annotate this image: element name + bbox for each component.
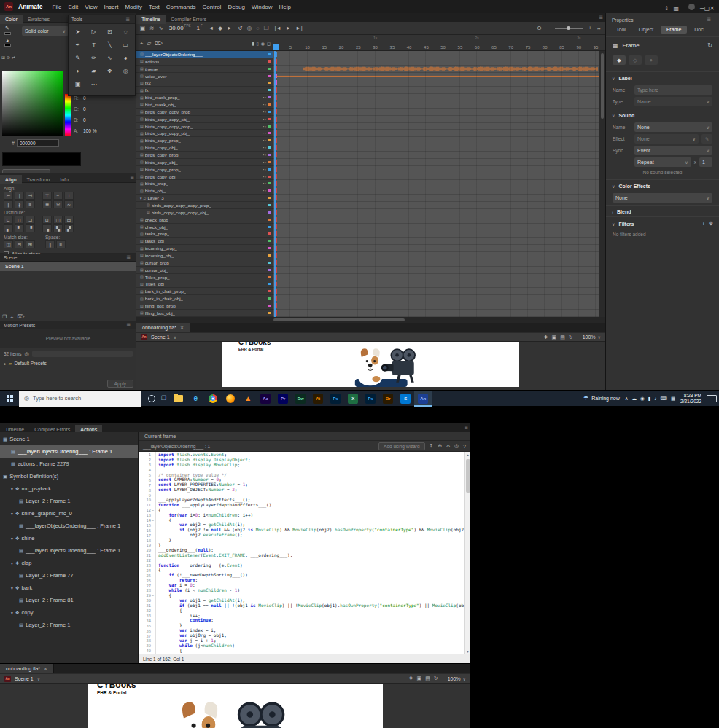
layer-outline-color[interactable] — [268, 283, 271, 285]
playhead-marker[interactable] — [273, 44, 279, 50]
layer-outline-color[interactable] — [268, 232, 271, 235]
menu-control[interactable]: Control — [203, 4, 222, 10]
layer-outline-color[interactable] — [268, 168, 271, 171]
insert-keyframe-icon[interactable]: ◆ — [218, 25, 222, 31]
layer-frames-track[interactable] — [273, 267, 599, 274]
layer-outline-color[interactable] — [268, 269, 271, 271]
chevron-down-icon[interactable]: ▾ — [11, 611, 13, 615]
distribute-widths[interactable]: ⊐ — [26, 216, 35, 224]
chevron-down-icon[interactable]: ∨ — [612, 113, 615, 118]
distribute-right-edge[interactable]: ∻ — [64, 200, 74, 208]
camera-tool[interactable]: ▣ — [70, 78, 86, 90]
space-vertical-button[interactable]: ∥ — [45, 240, 55, 248]
layer-frames-track[interactable] — [273, 259, 599, 267]
chevron-down-icon[interactable]: ∨ — [612, 184, 615, 189]
keyboard-icon[interactable]: ⌨ — [661, 396, 667, 402]
dist-f[interactable]: ▞ — [64, 224, 74, 232]
layer-outline-color[interactable] — [268, 204, 271, 206]
onion-skin-icon[interactable]: ◎ — [247, 25, 252, 31]
panel-menu-icon[interactable]: ≣ — [599, 15, 603, 20]
menu-debug[interactable]: Debug — [228, 4, 245, 10]
match-height[interactable]: ⊟ — [64, 216, 74, 224]
paint-bucket-tool[interactable]: ◕ — [117, 52, 133, 64]
delete-layer-icon[interactable]: ⌦ — [155, 40, 163, 47]
bone-tool[interactable]: ∿ — [102, 52, 118, 64]
properties-tab-object[interactable]: Object — [633, 26, 659, 34]
close-button[interactable]: ✕ — [710, 5, 715, 12]
layer-frames-track[interactable] — [273, 58, 599, 66]
insert-keyframe-button[interactable]: ◆ — [613, 55, 626, 65]
paint-brush-tool[interactable]: ✏ — [86, 52, 102, 64]
layer-frames-track[interactable] — [273, 274, 599, 281]
layer-outline-color[interactable] — [268, 312, 271, 314]
lock-all-icon[interactable]: ◻ — [267, 41, 271, 46]
cortana-button[interactable] — [148, 395, 155, 402]
profile-avatar[interactable] — [688, 4, 695, 10]
layer-birds_prop_[interactable]: ▤birds_prop_▪▫ — [136, 180, 273, 187]
layer-frames-track[interactable] — [273, 109, 599, 116]
layer-frames-track[interactable] — [273, 302, 599, 310]
code-line[interactable]: if (!___needDepthSorting___()) — [158, 573, 464, 578]
layer-frames-track[interactable] — [273, 310, 599, 317]
layer-frames-track[interactable] — [273, 281, 599, 289]
layer-frames-track[interactable] — [273, 216, 599, 224]
code-line[interactable]: continue; — [158, 618, 464, 623]
properties-tab-tool[interactable]: Tool — [610, 26, 631, 34]
edit-multiple-frames-icon[interactable]: ❐ — [264, 25, 269, 31]
camera-icon[interactable]: ▣ — [552, 334, 557, 340]
layer-fx[interactable]: ▤fx — [136, 87, 273, 94]
dist-d[interactable]: ▗ — [42, 224, 52, 232]
fold-marker-icon[interactable]: − — [151, 608, 155, 613]
network-icon[interactable]: ▦ — [671, 396, 675, 402]
layer-outline-color[interactable] — [268, 305, 271, 307]
tree-item[interactable]: ▣Symbol Definition(s) — [0, 470, 138, 482]
align-horizontal-center[interactable]: ∣ — [15, 192, 24, 200]
code-line[interactable]: function ___applyLayerZdepthAndEffects__… — [158, 503, 464, 508]
layer-outline-color[interactable] — [268, 125, 271, 128]
rotate-stage-icon[interactable]: ↻ — [434, 676, 438, 681]
tree-item[interactable]: ▤___layerObjectsOrdering___ : Frame 1 — [0, 445, 138, 458]
menu-file[interactable]: File — [53, 4, 62, 10]
stroke-color-icon[interactable]: ✎ — [1, 26, 13, 35]
edit-symbols-icon[interactable]: ❖ — [543, 334, 548, 340]
lasso-tool[interactable]: ◌ — [117, 26, 133, 38]
dist-b[interactable]: ▘ — [15, 224, 24, 232]
chevron-down-icon[interactable]: ▾ — [11, 536, 13, 541]
start-button[interactable] — [0, 391, 19, 407]
match-width-button[interactable]: ◫ — [4, 240, 13, 248]
camera-icon[interactable]: ▣ — [417, 676, 422, 681]
onedrive-icon[interactable]: ☁ — [632, 396, 637, 402]
taskbar-chrome[interactable] — [204, 391, 222, 407]
match-width[interactable]: ◫ — [53, 216, 63, 224]
code-scrollbar[interactable]: ▲▼ — [464, 452, 470, 654]
layer-frames-track[interactable] — [273, 116, 599, 123]
clear-keyframe-button[interactable]: ⋄ — [645, 55, 658, 65]
layer-birds_copy_obj_[interactable]: ▤birds_copy_obj_▪▫ — [136, 159, 273, 166]
document-tab[interactable]: onboarding.fla*✕ — [136, 323, 190, 332]
taskbar-excel[interactable]: X — [344, 391, 362, 407]
action-center-button[interactable] — [707, 395, 717, 402]
layer-frames-track[interactable] — [273, 94, 599, 101]
swap-colors-icon[interactable]: ⇄ — [12, 55, 15, 60]
scroll-up-icon[interactable]: ▲ — [465, 452, 471, 458]
layer-frames-track[interactable] — [273, 202, 599, 209]
layer-filing_box_prop_[interactable]: ▤filing_box_prop_ — [136, 302, 273, 310]
taskbar-microsoft-edge[interactable]: e — [187, 391, 204, 407]
layer-outline-color[interactable] — [268, 211, 271, 214]
layer-outline-color[interactable] — [268, 240, 271, 242]
layer-outline-color[interactable] — [268, 103, 271, 106]
menu-help[interactable]: Help — [279, 4, 290, 10]
code-line[interactable]: if (obj1 == null || !(obj1 is MovieClip)… — [158, 603, 464, 608]
menu-edit[interactable]: Edit — [68, 4, 78, 10]
tree-item[interactable]: ▦Scene 1 — [0, 433, 138, 445]
code-line[interactable]: { — [158, 608, 464, 614]
security-icon[interactable]: ◉ — [640, 396, 645, 402]
layer-bird_mask_prop_[interactable]: ▤bird_mask_prop_▪▫ — [136, 94, 273, 101]
distribute-bottom-edge[interactable]: ≡ — [26, 200, 35, 208]
default-colors-icon[interactable]: ⊞ — [1, 55, 5, 60]
align-left-edge[interactable]: ⊢ — [4, 192, 13, 200]
layer-outline-color[interactable] — [268, 247, 271, 249]
layer-birds_copy_copy_copy_obj_[interactable]: ▤birds_copy_copy_copy_obj_ — [136, 209, 273, 216]
tree-item[interactable]: ▾❖shine — [0, 532, 138, 544]
script-tab[interactable]: ___layerObjectsOrdering___ : 1 — [143, 444, 210, 449]
